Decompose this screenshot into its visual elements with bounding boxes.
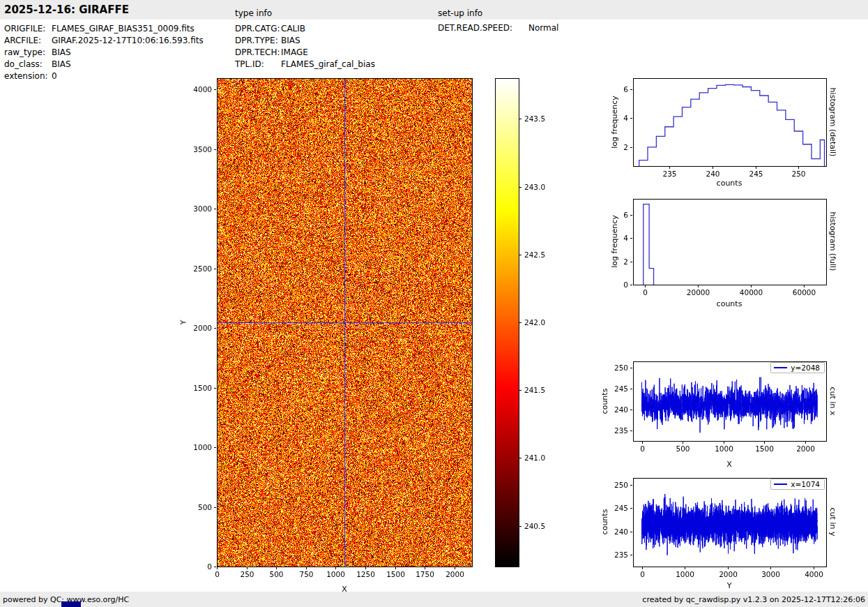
cut-x-side-label: cut in x <box>828 387 837 416</box>
hist-detail-xlabel: counts <box>717 179 743 188</box>
footer-created-by: created by qc_rawdisp.py v1.2.3 on 2025-… <box>642 595 865 604</box>
hist-full-xlabel: counts <box>717 299 743 308</box>
bias-frame-image <box>182 71 496 591</box>
meta-label-arcfile: ARCFILE: <box>4 36 41 45</box>
legend-line-icon <box>774 367 787 368</box>
cut-y-legend-label: x=1074 <box>791 480 820 488</box>
meta-label-do-class: do_class: <box>4 59 43 69</box>
cut-y-ylabel: counts <box>600 509 609 535</box>
meta-label-dpr-catg: DPR.CATG: <box>235 24 280 33</box>
meta-value-extension: 0 <box>52 71 57 81</box>
top-bar <box>0 0 868 20</box>
cut-y-side-label: cut in y <box>828 508 837 537</box>
cut-x-ylabel: counts <box>600 389 609 414</box>
type-info-heading: type info <box>235 8 272 18</box>
meta-label-tpl-id: TPL.ID: <box>235 59 264 69</box>
bottom-accent-strip <box>61 601 81 607</box>
qc-report-page: 2025-12-16: GIRAFFE type info set-up inf… <box>0 0 868 607</box>
meta-value-dpr-tech: IMAGE <box>281 47 308 57</box>
meta-label-extension: extension: <box>4 71 48 81</box>
hist-full-ylabel: log frequency <box>610 215 619 267</box>
meta-value-dpr-catg: CALIB <box>281 24 305 33</box>
meta-value-dpr-type: BIAS <box>281 36 300 45</box>
legend-line-icon <box>774 484 787 485</box>
hist-detail-side-label: histogram (detail) <box>828 88 837 157</box>
meta-label-raw-type: raw_type: <box>4 47 45 57</box>
cut-x-legend-label: y=2048 <box>791 364 820 372</box>
setup-info-heading: set-up info <box>438 8 482 18</box>
hist-detail-ylabel: log frequency <box>610 96 619 148</box>
meta-label-origfile: ORIGFILE: <box>4 24 45 33</box>
hist-full-side-label: histogram (full) <box>828 212 837 271</box>
histogram-detail-plot <box>598 71 842 183</box>
cut-x-legend: y=2048 <box>770 362 825 373</box>
page-title: 2025-12-16: GIRAFFE <box>4 3 129 16</box>
meta-label-dpr-type: DPR.TYPE: <box>235 36 278 45</box>
meta-value-raw-type: BIAS <box>52 47 71 57</box>
meta-label-dpr-tech: DPR.TECH: <box>235 47 280 57</box>
cut-y-legend: x=1074 <box>770 479 825 490</box>
meta-label-read-speed: DET.READ.SPEED: <box>438 23 512 33</box>
meta-value-read-speed: Normal <box>528 23 558 33</box>
meta-value-origfile: FLAMES_GIRAF_BIAS351_0009.fits <box>52 24 195 33</box>
cut-y-xlabel: Y <box>727 581 732 590</box>
colorbar <box>492 71 568 580</box>
main-ylabel: Y <box>179 320 188 325</box>
footer-bar: powered by QC: www.eso.org/HC created by… <box>0 592 868 607</box>
meta-value-arcfile: GIRAF.2025-12-17T10:06:16.593.fits <box>52 36 204 45</box>
meta-value-tpl-id: FLAMES_giraf_cal_bias <box>281 59 375 69</box>
meta-value-do-class: BIAS <box>52 59 71 69</box>
cut-x-xlabel: X <box>726 460 732 469</box>
histogram-full-plot <box>598 192 842 300</box>
